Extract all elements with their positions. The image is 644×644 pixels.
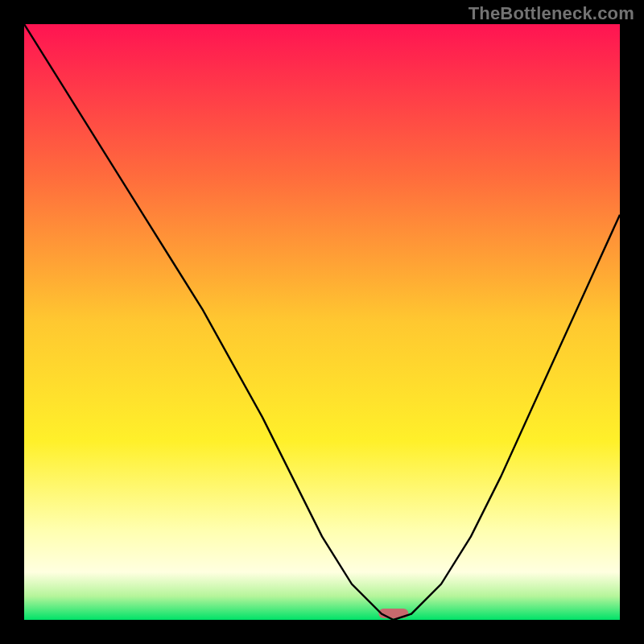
- chart-frame: TheBottleneck.com: [0, 0, 644, 644]
- watermark-text: TheBottleneck.com: [469, 3, 634, 24]
- plot-area: [24, 24, 620, 620]
- gradient-background: [24, 24, 620, 620]
- bottleneck-chart: [24, 24, 620, 620]
